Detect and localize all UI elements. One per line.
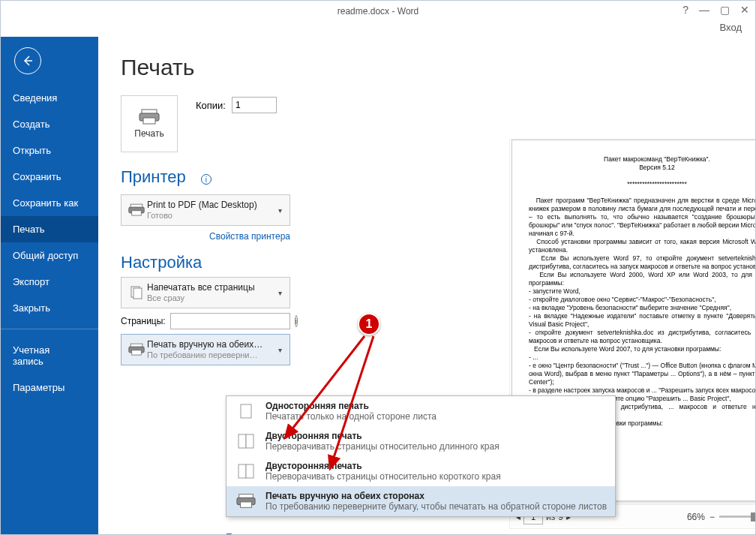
printer-name: Print to PDF (Mac Desktop) [147,200,275,210]
pages-input[interactable] [170,313,290,329]
svg-rect-11 [241,404,251,418]
backstage-sidebar: Сведения Создать Открыть Сохранить Сохра… [1,37,98,534]
svg-rect-2 [143,118,155,124]
svg-rect-13 [246,434,254,448]
page-single-icon [234,401,258,422]
sidebar-item-export[interactable]: Экспорт [1,269,98,295]
chevron-down-icon: ▾ [275,346,285,354]
help-icon[interactable]: ? [682,4,688,16]
zoom-value: 66% [687,512,705,522]
sidebar-item-saveas[interactable]: Сохранить как [1,190,98,216]
printer-icon [126,343,147,356]
info-icon[interactable]: i [295,315,298,327]
pages-label: Страницы: [121,316,166,326]
svg-rect-10 [132,350,142,355]
zoom-slider[interactable] [719,515,755,518]
svg-rect-18 [241,502,252,507]
login-link[interactable]: Вход [720,22,742,33]
page-title: Печать [121,55,733,80]
chevron-down-icon: ▾ [275,206,285,215]
svg-rect-12 [238,434,246,448]
printer-heading: Принтер [121,167,186,187]
close-icon[interactable]: ✕ [740,4,749,16]
sidebar-item-open[interactable]: Открыть [1,137,98,164]
svg-rect-14 [238,464,246,478]
duplex-combo[interactable]: Печать вручную на обеих… По требованию п… [121,334,290,365]
printer-properties-link[interactable]: Свойства принтера [209,231,290,242]
chevron-down-icon: ▾ [275,289,285,297]
sidebar-item-close[interactable]: Закрыть [1,295,98,321]
pages-icon [126,285,147,300]
print-scope-combo[interactable]: Напечатать все страницы Все сразу ▾ [121,277,290,308]
printer-status: Готово [147,210,275,221]
print-button[interactable]: Печать [121,95,178,152]
page-flip-short-icon [234,461,258,482]
duplex-dropdown: Односторонняя печатьПечатать только на о… [226,395,616,517]
minimize-icon[interactable]: — [699,4,710,16]
sidebar-item-info[interactable]: Сведения [1,85,98,111]
svg-rect-7 [134,288,142,299]
duplex-option-short[interactable]: Двусторонняя печатьПереворачивать страни… [226,456,615,486]
svg-rect-5 [132,211,142,215]
page-flip-long-icon [234,431,258,452]
back-button[interactable] [14,47,41,74]
duplex-option-long[interactable]: Двусторонняя печатьПереворачивать страни… [226,426,615,456]
titlebar: readme.docx - Word ? — ▢ ✕ [1,1,755,22]
duplex-sub: По требованию переверни… [147,350,275,360]
printer-manual-icon [234,491,258,512]
sidebar-item-options[interactable]: Параметры [1,374,98,401]
page-setup-link[interactable]: Параметры страницы [226,532,316,534]
print-button-label: Печать [134,128,164,139]
info-icon[interactable]: i [201,174,212,185]
sidebar-item-save[interactable]: Сохранить [1,164,98,190]
svg-rect-15 [246,464,254,478]
scope-label: Напечатать все страницы [147,282,275,293]
copies-label: Копии: [196,100,226,111]
window-title: readme.docx - Word [338,6,419,17]
sidebar-item-share[interactable]: Общий доступ [1,242,98,269]
print-pane: Печать Печать Копии: Принтер i [98,37,755,534]
sidebar-item-print[interactable]: Печать [1,216,98,242]
sidebar-item-new[interactable]: Создать [1,111,98,137]
back-arrow-icon [21,54,34,68]
zoom-out-button[interactable]: − [710,512,715,522]
scope-sub: Все сразу [147,293,275,303]
annotation-badge-1: 1 [358,313,380,335]
preview-body: Пакет программ "ВерТеКнижка" предназначе… [529,197,755,428]
duplex-option-single[interactable]: Односторонняя печатьПечатать только на о… [226,396,615,426]
printer-icon [126,203,147,217]
duplex-option-manual[interactable]: Печать вручную на обеих сторонахПо требо… [226,486,615,516]
sidebar-item-account[interactable]: Учетная запись [1,337,98,374]
maximize-icon[interactable]: ▢ [720,4,730,16]
printer-combo[interactable]: Print to PDF (Mac Desktop) Готово ▾ [121,194,290,226]
printer-icon [139,109,160,125]
duplex-label: Печать вручную на обеих… [147,339,275,350]
copies-input[interactable] [232,97,277,113]
